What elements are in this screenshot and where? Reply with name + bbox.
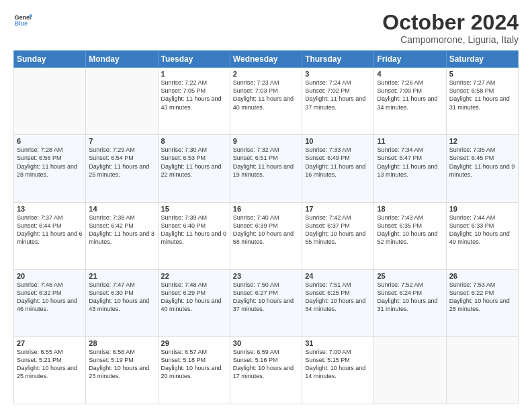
calendar-cell xyxy=(374,336,446,404)
calendar-cell: 17Sunrise: 7:42 AMSunset: 6:37 PMDayligh… xyxy=(302,202,374,269)
cell-info: Sunrise: 7:52 AMSunset: 6:24 PMDaylight:… xyxy=(377,281,443,314)
cell-info: Sunrise: 7:28 AMSunset: 6:56 PMDaylight:… xyxy=(17,146,83,179)
calendar-cell: 28Sunrise: 6:56 AMSunset: 5:19 PMDayligh… xyxy=(86,336,158,404)
cell-info: Sunrise: 7:33 AMSunset: 6:49 PMDaylight:… xyxy=(305,146,371,179)
logo: General Blue xyxy=(13,11,32,30)
calendar-cell: 18Sunrise: 7:43 AMSunset: 6:35 PMDayligh… xyxy=(374,202,446,269)
calendar-cell: 24Sunrise: 7:51 AMSunset: 6:25 PMDayligh… xyxy=(302,269,374,336)
calendar-cell: 30Sunrise: 6:59 AMSunset: 5:16 PMDayligh… xyxy=(230,336,302,404)
calendar-cell: 8Sunrise: 7:30 AMSunset: 6:53 PMDaylight… xyxy=(158,135,230,202)
day-number: 22 xyxy=(161,272,227,280)
cell-info: Sunrise: 7:35 AMSunset: 6:45 PMDaylight:… xyxy=(449,146,515,179)
cell-info: Sunrise: 7:53 AMSunset: 6:22 PMDaylight:… xyxy=(449,281,515,314)
day-number: 4 xyxy=(377,70,443,78)
calendar-cell: 19Sunrise: 7:44 AMSunset: 6:33 PMDayligh… xyxy=(446,202,518,269)
cell-info: Sunrise: 7:48 AMSunset: 6:29 PMDaylight:… xyxy=(161,281,227,314)
cell-info: Sunrise: 7:51 AMSunset: 6:25 PMDaylight:… xyxy=(305,281,371,314)
cell-info: Sunrise: 7:00 AMSunset: 5:15 PMDaylight:… xyxy=(305,348,371,381)
calendar-cell: 20Sunrise: 7:46 AMSunset: 6:32 PMDayligh… xyxy=(14,269,86,336)
calendar-cell: 22Sunrise: 7:48 AMSunset: 6:29 PMDayligh… xyxy=(158,269,230,336)
calendar-cell: 11Sunrise: 7:34 AMSunset: 6:47 PMDayligh… xyxy=(374,135,446,202)
day-number: 12 xyxy=(449,137,515,145)
day-number: 3 xyxy=(305,70,371,78)
cell-info: Sunrise: 7:40 AMSunset: 6:39 PMDaylight:… xyxy=(233,214,299,246)
cell-info: Sunrise: 7:30 AMSunset: 6:53 PMDaylight:… xyxy=(161,146,227,179)
calendar-cell: 2Sunrise: 7:23 AMSunset: 7:03 PMDaylight… xyxy=(230,68,302,135)
cell-info: Sunrise: 7:32 AMSunset: 6:51 PMDaylight:… xyxy=(233,146,299,179)
col-header-wednesday: Wednesday xyxy=(230,51,302,68)
cell-info: Sunrise: 7:23 AMSunset: 7:03 PMDaylight:… xyxy=(233,79,299,111)
day-number: 25 xyxy=(377,272,443,280)
col-header-sunday: Sunday xyxy=(14,51,86,68)
calendar-cell: 31Sunrise: 7:00 AMSunset: 5:15 PMDayligh… xyxy=(302,336,374,404)
calendar-cell: 7Sunrise: 7:29 AMSunset: 6:54 PMDaylight… xyxy=(86,135,158,202)
day-number: 31 xyxy=(305,339,371,347)
col-header-saturday: Saturday xyxy=(446,51,518,68)
calendar-cell: 3Sunrise: 7:24 AMSunset: 7:02 PMDaylight… xyxy=(302,68,374,135)
calendar-week-row: 6Sunrise: 7:28 AMSunset: 6:56 PMDaylight… xyxy=(14,135,519,202)
logo-icon: General Blue xyxy=(13,11,32,30)
cell-info: Sunrise: 6:59 AMSunset: 5:16 PMDaylight:… xyxy=(233,348,299,381)
calendar-cell: 16Sunrise: 7:40 AMSunset: 6:39 PMDayligh… xyxy=(230,202,302,269)
day-number: 15 xyxy=(161,205,227,213)
day-number: 20 xyxy=(17,272,83,280)
cell-info: Sunrise: 7:27 AMSunset: 6:58 PMDaylight:… xyxy=(449,79,515,111)
page: General Blue October 2024 Campomorone, L… xyxy=(0,0,532,411)
calendar-cell: 14Sunrise: 7:38 AMSunset: 6:42 PMDayligh… xyxy=(86,202,158,269)
calendar-body: 1Sunrise: 7:22 AMSunset: 7:05 PMDaylight… xyxy=(14,68,519,404)
cell-info: Sunrise: 7:47 AMSunset: 6:30 PMDaylight:… xyxy=(89,281,154,314)
cell-info: Sunrise: 7:26 AMSunset: 7:00 PMDaylight:… xyxy=(377,79,443,111)
day-number: 2 xyxy=(233,70,299,78)
day-number: 28 xyxy=(89,339,154,347)
calendar-cell: 27Sunrise: 6:55 AMSunset: 5:21 PMDayligh… xyxy=(14,336,86,404)
calendar-cell: 4Sunrise: 7:26 AMSunset: 7:00 PMDaylight… xyxy=(374,68,446,135)
cell-info: Sunrise: 7:22 AMSunset: 7:05 PMDaylight:… xyxy=(161,79,227,111)
location: Campomorone, Liguria, Italy xyxy=(382,34,519,45)
cell-info: Sunrise: 7:24 AMSunset: 7:02 PMDaylight:… xyxy=(305,79,371,111)
cell-info: Sunrise: 7:37 AMSunset: 6:44 PMDaylight:… xyxy=(17,214,83,246)
cell-info: Sunrise: 7:34 AMSunset: 6:47 PMDaylight:… xyxy=(377,146,443,179)
calendar-week-row: 1Sunrise: 7:22 AMSunset: 7:05 PMDaylight… xyxy=(14,68,519,135)
title-area: October 2024 Campomorone, Liguria, Italy xyxy=(382,11,519,45)
calendar-cell: 29Sunrise: 6:57 AMSunset: 5:18 PMDayligh… xyxy=(158,336,230,404)
cell-info: Sunrise: 7:42 AMSunset: 6:37 PMDaylight:… xyxy=(305,214,371,246)
day-number: 27 xyxy=(17,339,83,347)
calendar-cell: 21Sunrise: 7:47 AMSunset: 6:30 PMDayligh… xyxy=(86,269,158,336)
day-number: 16 xyxy=(233,205,299,213)
day-number: 23 xyxy=(233,272,299,280)
day-number: 7 xyxy=(89,137,154,145)
day-number: 21 xyxy=(89,272,154,280)
day-number: 9 xyxy=(233,137,299,145)
day-number: 14 xyxy=(89,205,154,213)
col-header-friday: Friday xyxy=(374,51,446,68)
day-number: 26 xyxy=(449,272,515,280)
day-number: 10 xyxy=(305,137,371,145)
day-number: 17 xyxy=(305,205,371,213)
cell-info: Sunrise: 6:57 AMSunset: 5:18 PMDaylight:… xyxy=(161,348,227,381)
calendar-cell: 23Sunrise: 7:50 AMSunset: 6:27 PMDayligh… xyxy=(230,269,302,336)
calendar-cell: 1Sunrise: 7:22 AMSunset: 7:05 PMDaylight… xyxy=(158,68,230,135)
calendar-cell: 6Sunrise: 7:28 AMSunset: 6:56 PMDaylight… xyxy=(14,135,86,202)
calendar-week-row: 27Sunrise: 6:55 AMSunset: 5:21 PMDayligh… xyxy=(14,336,519,404)
day-number: 13 xyxy=(17,205,83,213)
col-header-monday: Monday xyxy=(86,51,158,68)
calendar-cell: 12Sunrise: 7:35 AMSunset: 6:45 PMDayligh… xyxy=(446,135,518,202)
cell-info: Sunrise: 7:50 AMSunset: 6:27 PMDaylight:… xyxy=(233,281,299,314)
day-number: 5 xyxy=(449,70,515,78)
day-number: 11 xyxy=(377,137,443,145)
calendar-cell: 25Sunrise: 7:52 AMSunset: 6:24 PMDayligh… xyxy=(374,269,446,336)
calendar-header-row: SundayMondayTuesdayWednesdayThursdayFrid… xyxy=(14,51,519,68)
day-number: 1 xyxy=(161,70,227,78)
calendar-cell xyxy=(86,68,158,135)
cell-info: Sunrise: 7:43 AMSunset: 6:35 PMDaylight:… xyxy=(377,214,443,246)
calendar-week-row: 13Sunrise: 7:37 AMSunset: 6:44 PMDayligh… xyxy=(14,202,519,269)
calendar-cell: 5Sunrise: 7:27 AMSunset: 6:58 PMDaylight… xyxy=(446,68,518,135)
cell-info: Sunrise: 7:39 AMSunset: 6:40 PMDaylight:… xyxy=(161,214,227,246)
calendar-cell: 9Sunrise: 7:32 AMSunset: 6:51 PMDaylight… xyxy=(230,135,302,202)
cell-info: Sunrise: 6:56 AMSunset: 5:19 PMDaylight:… xyxy=(89,348,154,381)
calendar-cell: 26Sunrise: 7:53 AMSunset: 6:22 PMDayligh… xyxy=(446,269,518,336)
calendar-cell xyxy=(14,68,86,135)
col-header-tuesday: Tuesday xyxy=(158,51,230,68)
cell-info: Sunrise: 7:38 AMSunset: 6:42 PMDaylight:… xyxy=(89,214,154,246)
calendar-cell: 15Sunrise: 7:39 AMSunset: 6:40 PMDayligh… xyxy=(158,202,230,269)
